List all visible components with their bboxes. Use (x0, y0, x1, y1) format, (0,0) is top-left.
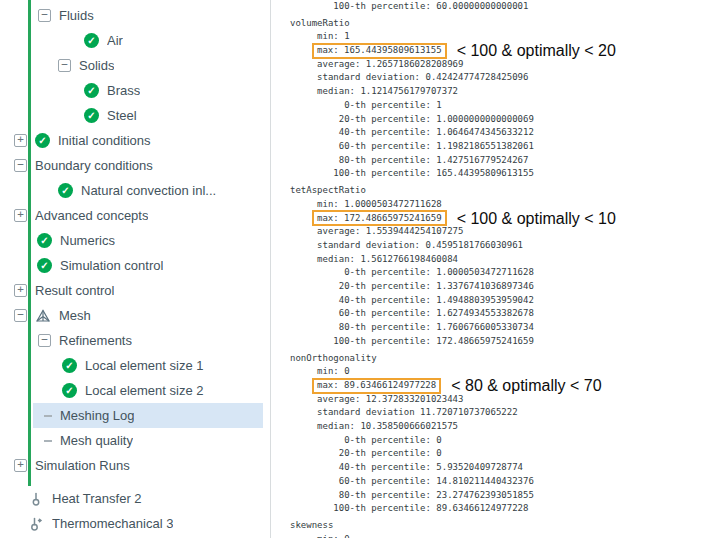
expand-icon[interactable] (14, 284, 27, 297)
tree-item-label: Mesh quality (60, 433, 133, 448)
tree-item-label: Fluids (59, 8, 94, 23)
tree-item-local-element-size-1[interactable]: Local element size 1 (0, 353, 270, 378)
tree-item-simulation-runs[interactable]: Simulation Runs (0, 453, 270, 478)
log-statistics-lines: average: 1.2657186028208969 standard dev… (290, 58, 704, 181)
tree-item-label: Air (107, 33, 123, 48)
tree-item-boundary-conditions[interactable]: Boundary conditions (0, 153, 270, 178)
log-clipped-top-line: 100-th percentile: 60.00000000000001 (290, 0, 704, 14)
tree-item-label: Natural convection inl... (81, 183, 216, 198)
expand-icon[interactable] (14, 209, 27, 222)
tree-item-label: Advanced concepts (35, 208, 148, 223)
max-threshold-annotation: < 100 & optimally < 10 (457, 212, 616, 226)
status-ok-icon (35, 133, 50, 148)
max-value: max: 172.48665975241659 (317, 212, 442, 226)
log-section-tet-aspect-ratio: tetAspectRatio min: 1.0000503472711628 m… (290, 184, 704, 348)
tree-item-label: Thermomechanical 3 (52, 516, 173, 531)
log-statistics-lines: average: 12.372833201023443 standard dev… (290, 393, 704, 516)
tree-item-label: Simulation Runs (35, 458, 130, 473)
status-ok-icon (62, 358, 77, 373)
tree-item-air[interactable]: Air (0, 28, 270, 53)
tree-item-heat-transfer-2[interactable]: Heat Transfer 2 (0, 486, 270, 511)
tree-item-steel[interactable]: Steel (0, 103, 270, 128)
thermometer-icon (28, 491, 44, 507)
tree-item-label: Local element size 1 (85, 358, 204, 373)
tree-item-local-element-size-2[interactable]: Local element size 2 (0, 378, 270, 403)
tree-item-brass[interactable]: Brass (0, 78, 270, 103)
log-max-line: max: 165.44395809613155 < 100 & optimall… (290, 44, 704, 58)
max-value-highlight-box: max: 165.44395809613155 (312, 43, 447, 59)
log-section-skewness: skewness min: 0 (290, 519, 704, 538)
collapse-icon[interactable] (38, 9, 51, 22)
tree-item-natural-convection-inlet[interactable]: Natural convection inl... (0, 178, 270, 203)
status-ok-icon (84, 108, 99, 123)
status-ok-icon (58, 183, 73, 198)
tree-item-meshing-log[interactable]: Meshing Log (33, 403, 263, 428)
tree-item-label: Boundary conditions (35, 158, 153, 173)
status-ok-icon (84, 33, 99, 48)
status-ok-icon (37, 233, 52, 248)
status-ok-icon (62, 383, 77, 398)
tree-item-simulation-control[interactable]: Simulation control (0, 253, 270, 278)
max-value-highlight-box: max: 172.48665975241659 (312, 210, 447, 226)
mesh-icon (35, 308, 51, 324)
max-value-highlight-box: max: 89.63466124977228 (312, 378, 441, 394)
log-section-title: tetAspectRatio (290, 184, 704, 198)
status-ok-icon (84, 83, 99, 98)
max-value: max: 165.44395809613155 (317, 44, 442, 58)
tree-item-advanced-concepts[interactable]: Advanced concepts (0, 203, 270, 228)
expand-icon[interactable] (14, 459, 27, 472)
tree-rows: Fluids Air Solids Brass Steel Initial co… (0, 3, 270, 536)
tree-item-label: Meshing Log (60, 408, 134, 423)
log-min-line: min: 0 (290, 533, 704, 538)
collapse-icon[interactable] (14, 159, 27, 172)
tree-item-numerics[interactable]: Numerics (0, 228, 270, 253)
log-statistics-lines: average: 1.5539444254107275 standard dev… (290, 225, 704, 348)
tree-item-label: Numerics (60, 233, 115, 248)
max-threshold-annotation: < 100 & optimally < 20 (457, 44, 616, 58)
log-max-line: max: 172.48665975241659 < 100 & optimall… (290, 212, 704, 226)
max-value: max: 89.63466124977228 (317, 379, 436, 393)
meshing-log-panel[interactable]: 100-th percentile: 60.00000000000001 vol… (271, 0, 704, 538)
log-section-title: skewness (290, 519, 704, 533)
tree-item-mesh[interactable]: Mesh (0, 303, 270, 328)
collapse-icon[interactable] (38, 334, 51, 347)
tree-item-fluids[interactable]: Fluids (0, 3, 270, 28)
log-section-title: volumeRatio (290, 17, 704, 31)
dash-icon (44, 440, 52, 442)
tree-item-thermomechanical-3[interactable]: Thermomechanical 3 (0, 511, 270, 536)
status-ok-icon (37, 258, 52, 273)
dash-icon (44, 415, 52, 417)
tree-item-label: Local element size 2 (85, 383, 204, 398)
collapse-icon[interactable] (14, 309, 27, 322)
tree-item-refinements[interactable]: Refinements (0, 328, 270, 353)
tree-item-label: Heat Transfer 2 (52, 491, 142, 506)
log-section-non-orthogonality: nonOrthogonality min: 0 max: 89.63466124… (290, 352, 704, 516)
tree-item-label: Mesh (59, 308, 91, 323)
tree-item-label: Initial conditions (58, 133, 151, 148)
collapse-icon[interactable] (58, 59, 71, 72)
tree-item-label: Brass (107, 83, 140, 98)
expand-icon[interactable] (14, 134, 27, 147)
tree-item-mesh-quality[interactable]: Mesh quality (0, 428, 270, 453)
tree-item-label: Refinements (59, 333, 132, 348)
simulation-tree-panel: Fluids Air Solids Brass Steel Initial co… (0, 0, 271, 538)
tree-item-initial-conditions[interactable]: Initial conditions (0, 128, 270, 153)
tree-item-label: Solids (79, 58, 114, 73)
tree-item-label: Result control (35, 283, 114, 298)
max-threshold-annotation: < 80 & optimally < 70 (451, 379, 601, 393)
tree-item-result-control[interactable]: Result control (0, 278, 270, 303)
tree-item-label: Simulation control (60, 258, 163, 273)
log-section-title: nonOrthogonality (290, 352, 704, 366)
thermomechanical-icon (28, 516, 44, 532)
log-max-line: max: 89.63466124977228 < 80 & optimally … (290, 379, 704, 393)
tree-item-label: Steel (107, 108, 137, 123)
log-section-volume-ratio: volumeRatio min: 1 max: 165.443958096131… (290, 17, 704, 181)
tree-item-solids[interactable]: Solids (0, 53, 270, 78)
